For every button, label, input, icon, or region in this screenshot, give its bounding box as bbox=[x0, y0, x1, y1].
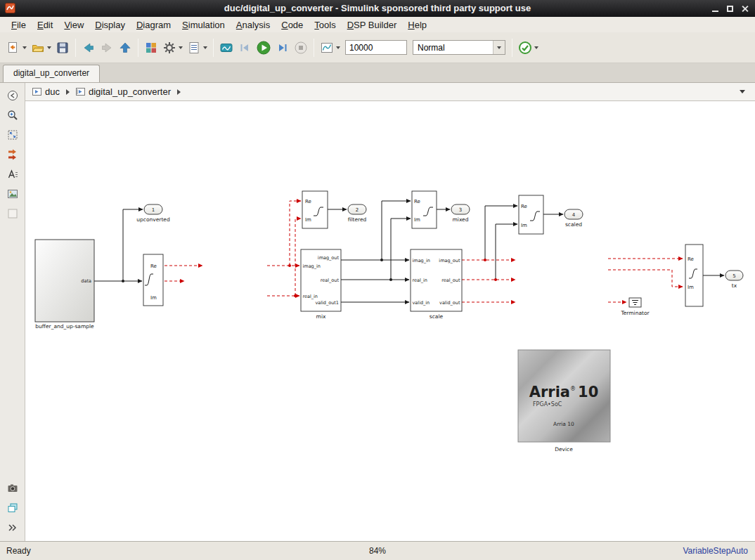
toolbar-separator bbox=[512, 39, 512, 57]
reim-block-mixed[interactable]: Re Im bbox=[412, 191, 437, 228]
breadcrumb-dropdown-button[interactable] bbox=[740, 90, 745, 93]
tab-label: digital_up_converter bbox=[13, 68, 89, 78]
signal-wire[interactable] bbox=[485, 206, 517, 260]
model-advisor-button[interactable] bbox=[516, 37, 541, 58]
zoom-button[interactable] bbox=[4, 106, 22, 124]
menu-item-dsp-builder[interactable]: DSP Builder bbox=[342, 18, 403, 32]
save-model-button[interactable] bbox=[53, 37, 72, 58]
breadcrumb-item-digital-up-converter[interactable]: digital_up_converter bbox=[75, 86, 172, 98]
reim-block-scaled[interactable]: Re Im bbox=[519, 195, 543, 234]
outport-filtered[interactable]: 2 filtered bbox=[348, 204, 367, 223]
menu-item-edit[interactable]: Edit bbox=[32, 18, 58, 32]
menu-item-display[interactable]: Display bbox=[89, 18, 131, 32]
dropdown-caret-icon bbox=[203, 46, 207, 49]
svg-text:upconverted: upconverted bbox=[136, 216, 170, 223]
breadcrumb-label: digital_up_converter bbox=[89, 86, 171, 97]
update-diagram-button[interactable] bbox=[4, 145, 22, 164]
toolbar-separator bbox=[138, 39, 138, 57]
menu-item-file[interactable]: File bbox=[6, 18, 32, 32]
run-icon bbox=[256, 40, 271, 56]
buffer-block[interactable]: data buffer_and_up-sample bbox=[35, 240, 94, 330]
model-canvas-area[interactable]: data buffer_and_up-sample Re Im 1 bbox=[25, 101, 755, 541]
breadcrumb: duc digital_up_converter bbox=[25, 83, 755, 101]
step-back-icon bbox=[238, 41, 252, 55]
dropdown-caret-icon bbox=[22, 46, 27, 49]
svg-text:4: 4 bbox=[572, 212, 576, 218]
signal-wire[interactable] bbox=[391, 219, 411, 280]
terminator-block[interactable]: Terminator bbox=[620, 298, 650, 316]
run-button[interactable] bbox=[254, 37, 273, 58]
device-block[interactable]: Arria®10 FPGA•SoC Arria 10 Device bbox=[518, 350, 610, 452]
svg-text:tx: tx bbox=[732, 282, 737, 289]
svg-text:real_out: real_out bbox=[441, 278, 460, 283]
back-arrow-icon bbox=[82, 41, 96, 55]
menu-item-simulation[interactable]: Simulation bbox=[176, 18, 231, 32]
library-browser-button[interactable] bbox=[142, 37, 160, 58]
scale-block[interactable]: imag_in imag_out real_in real_out valid_… bbox=[411, 249, 462, 320]
outport-mixed[interactable]: 3 mixed bbox=[451, 204, 470, 223]
back-button[interactable] bbox=[79, 37, 98, 58]
complex-split-block[interactable]: Re Im bbox=[143, 254, 163, 306]
new-model-button[interactable] bbox=[4, 37, 29, 58]
reim-block-filtered[interactable]: Re Im bbox=[302, 191, 328, 228]
sim-mode-dropdown-button[interactable] bbox=[493, 41, 505, 54]
wire-junction bbox=[288, 264, 291, 267]
scope-button[interactable] bbox=[318, 37, 342, 58]
open-model-button[interactable] bbox=[29, 37, 53, 58]
circle-arrow-icon bbox=[6, 89, 19, 102]
step-back-button[interactable] bbox=[235, 37, 254, 58]
menu-item-tools[interactable]: Tools bbox=[309, 18, 341, 32]
step-forward-button[interactable] bbox=[273, 37, 292, 58]
tab-digital-up-converter[interactable]: digital_up_converter bbox=[3, 65, 100, 82]
maximize-button[interactable] bbox=[723, 2, 737, 15]
window-title: duc/digital_up_converter - Simulink spon… bbox=[0, 3, 755, 13]
wire-junction bbox=[494, 278, 497, 281]
up-button[interactable] bbox=[116, 37, 134, 58]
svg-text:imag_in: imag_in bbox=[413, 258, 430, 263]
reim-block-tx[interactable]: Re Im bbox=[685, 245, 703, 306]
model-config-button[interactable] bbox=[160, 37, 185, 58]
explorer-toggle-button[interactable] bbox=[4, 86, 22, 105]
menu-item-analysis[interactable]: Analysis bbox=[231, 18, 276, 32]
data-inspector-button[interactable] bbox=[217, 37, 235, 58]
menu-item-code[interactable]: Code bbox=[276, 18, 309, 32]
outport-tx[interactable]: 5 tx bbox=[725, 271, 743, 289]
svg-text:data: data bbox=[81, 278, 91, 284]
menu-item-view[interactable]: View bbox=[58, 18, 89, 32]
annotation-button[interactable] bbox=[4, 165, 22, 183]
fit-to-view-icon bbox=[6, 129, 19, 141]
svg-text:valid_in: valid_in bbox=[413, 300, 430, 306]
highlighted-signal-wire[interactable] bbox=[295, 219, 301, 296]
outport-upconverted[interactable]: 1 upconverted bbox=[136, 204, 170, 223]
mix-block[interactable]: imag_out imag_in real_out real_in valid_… bbox=[301, 249, 341, 320]
menu-item-help[interactable]: Help bbox=[402, 18, 432, 32]
outport-scaled[interactable]: 4 scaled bbox=[564, 209, 583, 228]
stop-time-input[interactable] bbox=[345, 40, 407, 55]
open-folder-icon bbox=[31, 41, 45, 55]
menu-item-diagram[interactable]: Diagram bbox=[131, 18, 176, 32]
sim-mode-select[interactable]: Normal bbox=[413, 40, 505, 55]
toolbar-separator bbox=[314, 39, 314, 57]
stop-button[interactable] bbox=[292, 37, 310, 58]
annotation-icon bbox=[6, 168, 19, 181]
forward-button[interactable] bbox=[98, 37, 116, 58]
area-box-button[interactable] bbox=[4, 204, 22, 223]
model-diagram[interactable]: data buffer_and_up-sample Re Im 1 bbox=[25, 101, 755, 541]
chevrons-right-icon bbox=[6, 521, 19, 534]
model-notes-button[interactable] bbox=[185, 37, 209, 58]
minimize-button[interactable] bbox=[708, 2, 723, 15]
svg-text:1: 1 bbox=[152, 207, 155, 213]
dropdown-caret-icon bbox=[47, 46, 51, 49]
signal-wire[interactable] bbox=[496, 224, 517, 280]
expand-palette-button[interactable] bbox=[4, 519, 22, 537]
image-button[interactable] bbox=[4, 185, 22, 203]
screenshot-button[interactable] bbox=[4, 479, 22, 497]
fit-view-button[interactable] bbox=[4, 126, 22, 144]
viewmarks-button[interactable] bbox=[4, 499, 22, 517]
signal-wire[interactable] bbox=[382, 201, 411, 260]
highlighted-signal-wire[interactable] bbox=[608, 270, 683, 287]
green-check-icon bbox=[518, 41, 532, 55]
close-button[interactable] bbox=[737, 2, 752, 15]
subsystem-icon bbox=[76, 87, 85, 96]
breadcrumb-item-duc[interactable]: duc bbox=[31, 86, 61, 98]
